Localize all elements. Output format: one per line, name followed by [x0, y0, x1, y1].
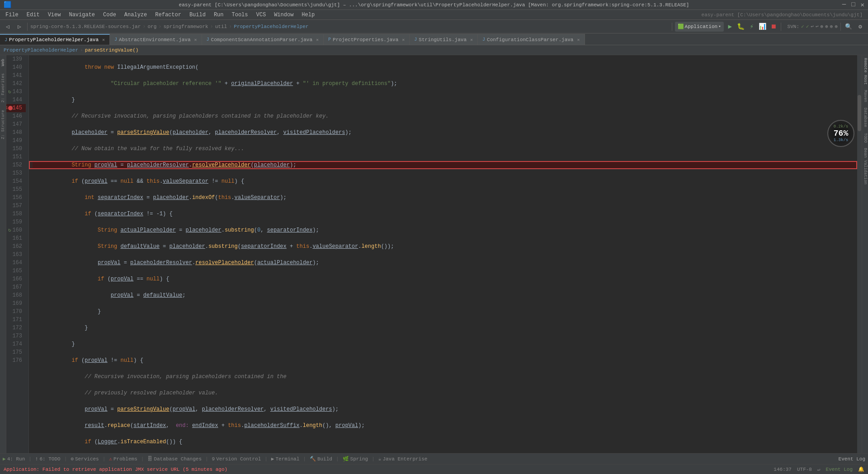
terminal-label: Terminal [275, 456, 299, 462]
svn-add3[interactable]: ⊕ [830, 24, 833, 29]
svn-add4[interactable]: ⊕ [835, 24, 838, 29]
tab-string-utils[interactable]: J StringUtils.java ✕ [410, 34, 478, 45]
tab-configuration-class-parser[interactable]: J ConfigurationClassParser.java ✕ [478, 34, 585, 45]
code-text-150: String defaultValue = placeholder.substr… [33, 242, 394, 251]
forward-button[interactable]: ▷ [14, 22, 24, 32]
fold-141[interactable]: ⌐ [19, 71, 21, 80]
build-label: Build [317, 456, 332, 462]
run-label: 4: Run [7, 456, 25, 462]
menu-view[interactable]: View [44, 11, 65, 19]
right-panel-remote-host[interactable]: Remote Host [862, 55, 868, 87]
vertical-scrollbar[interactable] [857, 55, 862, 453]
toolbar-breadcrumb-jar[interactable]: spring-core-5.1.3.RELEASE-sources.jar [30, 24, 141, 29]
bottom-java-enterprise-button[interactable]: ☕ Java Enterprise [378, 456, 428, 462]
line-num-161: 161 [12, 234, 22, 242]
tab-component-scan[interactable]: J ComponentScanAnnotationParser.java ✕ [202, 34, 324, 45]
svn-add2[interactable]: ⊕ [825, 24, 828, 29]
tab-abstract-environment[interactable]: J AbstractEnvironment.java ✕ [110, 34, 202, 45]
fold-157[interactable]: ⌐ [19, 202, 21, 210]
menu-navigate[interactable]: Navigate [65, 11, 99, 19]
fold-148[interactable]: ⌐ [19, 128, 21, 137]
editor-area: 139 140 ⌐ 141 142 ↻ 143 144 145 1● ⌐ 146… [6, 55, 862, 453]
menu-tools[interactable]: Tools [228, 11, 252, 19]
svn-check1[interactable]: ✓ [801, 24, 804, 29]
svn-update2[interactable]: ↩ [816, 24, 819, 29]
scrollbar-thumb[interactable] [858, 95, 861, 131]
bc-class-name[interactable]: PropertyPlaceholderHelper [4, 47, 78, 53]
run-button[interactable]: ▶ [726, 22, 735, 31]
menu-build[interactable]: Build [186, 11, 209, 19]
bottom-run-button[interactable]: ▶ 4: Run [3, 456, 25, 462]
fold-162[interactable]: ⌐ [19, 242, 21, 251]
java-enterprise-icon: ☕ [378, 456, 382, 462]
bottom-spring-button[interactable]: 🌿 Spring [343, 456, 368, 462]
profile-button[interactable]: 📊 [758, 22, 767, 31]
tab-close-3[interactable]: ✕ [316, 37, 319, 43]
search-everywhere-button[interactable]: 🔍 [844, 22, 854, 32]
bottom-build-button[interactable]: 🔨 Build [310, 456, 332, 462]
maximize-button[interactable]: □ [851, 1, 855, 9]
menu-run[interactable]: Run [210, 11, 227, 19]
run-config-selector[interactable]: 🟩 Application ▾ [675, 22, 724, 32]
tab-close-4[interactable]: ✕ [402, 37, 405, 43]
toolbar-breadcrumb-util[interactable]: util [215, 24, 227, 29]
minimize-button[interactable]: ─ [842, 1, 846, 9]
toolbar-breadcrumb-class[interactable]: PropertyPlaceholderHelper [234, 24, 308, 29]
code-line-159: // previously resolved placeholder value… [33, 389, 857, 397]
tab-property-placeholder-helper[interactable]: J PropertyPlaceholderHelper.java ✕ [0, 34, 110, 45]
right-panel-maven[interactable]: Maven [862, 87, 868, 105]
close-button[interactable]: ✕ [861, 1, 864, 9]
bottom-todo-button[interactable]: ! 6: TODO [35, 456, 61, 462]
event-log-button[interactable]: Event Log [839, 456, 865, 462]
left-panel-structure[interactable]: Z: Structure [0, 106, 6, 143]
right-panel-database[interactable]: Database [862, 105, 868, 130]
db-icon: 🗄 [147, 456, 152, 462]
menu-refactor[interactable]: Refactor [151, 11, 185, 19]
menu-edit[interactable]: Edit [23, 11, 43, 19]
bottom-problems-button[interactable]: ⚠ Problems [109, 456, 137, 462]
toolbar-separator-1 [27, 23, 28, 31]
tab-close-2[interactable]: ✕ [194, 37, 197, 43]
right-panel-bean-validation[interactable]: Bean Validation [862, 145, 868, 187]
menu-code[interactable]: Code [99, 11, 120, 19]
svn-check2[interactable]: ✓ [806, 24, 809, 29]
debug-button[interactable]: 🐛 [736, 22, 745, 31]
problems-icon: ⚠ [109, 456, 112, 462]
code-text-149: String actualPlaceholder = placeholder.s… [33, 226, 319, 234]
left-panel-web[interactable]: Web [0, 55, 6, 70]
toolbar-breadcrumb-sf[interactable]: springframework [163, 24, 208, 29]
gutter-line-163: 163 [6, 251, 26, 259]
line-num-142: 142 [12, 80, 22, 88]
bottom-db-changes-button[interactable]: 🗄 Database Changes [147, 456, 202, 462]
bottom-terminal-button[interactable]: ▶ Terminal [271, 456, 299, 462]
code-line-161: result.replace(startIndex, end: endIndex… [33, 422, 857, 430]
settings-button[interactable]: ⚙ [855, 22, 865, 32]
svn-add1[interactable]: ⊕ [821, 24, 824, 29]
toolbar-breadcrumb-org[interactable]: org [147, 24, 156, 29]
svn-update1[interactable]: ↩ [811, 24, 814, 29]
code-editor[interactable]: throw new IllegalArgumentException( "Cir… [29, 55, 857, 453]
coverage-button[interactable]: ⚡ [747, 22, 756, 31]
bottom-vc-button[interactable]: 9 Version Control [212, 456, 261, 462]
tab-project-properties[interactable]: P ProjectProperties.java ✕ [324, 34, 410, 45]
window-controls[interactable]: ─ □ ✕ [842, 1, 864, 9]
fold-146[interactable]: ⌐ [19, 112, 21, 120]
menu-help[interactable]: Help [298, 11, 318, 19]
fold-152[interactable]: ⌐ [19, 161, 21, 169]
status-event-log[interactable]: Event Log [826, 467, 853, 472]
tab-close-5[interactable]: ✕ [470, 37, 473, 43]
back-button[interactable]: ◁ [3, 22, 13, 32]
right-panel-todo[interactable]: TODO [862, 130, 868, 146]
bc-method-name[interactable]: parseStringValue() [85, 47, 139, 53]
tab-close-6[interactable]: ✕ [577, 37, 580, 43]
stop-button[interactable]: ⏹ [769, 22, 778, 31]
menu-file[interactable]: File [2, 11, 22, 19]
left-panel-favorites[interactable]: 2: Favorites [0, 70, 6, 106]
svn-area: SVN: ✓ ✓ ↩ ↩ ⊕ ⊕ ⊕ ⊕ [788, 24, 838, 29]
db-label: Database Changes [154, 456, 202, 462]
menu-vcs[interactable]: VCS [253, 11, 270, 19]
tab-close-1[interactable]: ✕ [102, 37, 105, 43]
bottom-services-button[interactable]: ⚙ Services [71, 456, 99, 462]
menu-window[interactable]: Window [270, 11, 297, 19]
menu-analyze[interactable]: Analyze [121, 11, 151, 19]
